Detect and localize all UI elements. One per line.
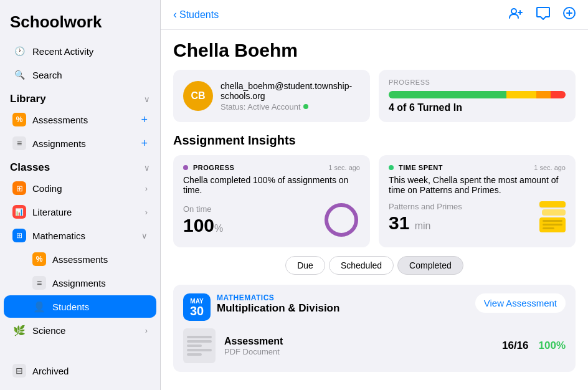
sidebar-item-math-assessments[interactable]: % Assessments: [4, 248, 156, 270]
doc-line-5: [187, 353, 202, 356]
time-insight-body: Patterns and Primes 31 min: [389, 201, 566, 234]
badge-month: MAY: [190, 298, 203, 305]
svg-point-3: [326, 205, 356, 235]
sidebar-item-recent-activity[interactable]: 🕐 Recent Activity: [4, 40, 156, 62]
back-button[interactable]: ‹ Students: [173, 8, 219, 21]
sidebar-item-science[interactable]: 🌿 Science ›: [4, 319, 156, 341]
library-section-header[interactable]: Library ∨: [0, 87, 160, 108]
assignment-name: Multiplication & Division: [217, 302, 475, 315]
student-email: chella_boehm@student.township-schools.or…: [220, 81, 360, 101]
add-student-icon[interactable]: [508, 7, 523, 22]
filter-completed-button[interactable]: Completed: [397, 256, 463, 275]
sidebar-item-assignments[interactable]: ≡ Assignments +: [4, 132, 156, 155]
math-assessments-icon: %: [32, 252, 46, 266]
literature-chevron-icon: ›: [145, 207, 148, 217]
nav-actions: [508, 6, 576, 23]
notes-stack-icon: [538, 201, 566, 234]
assignment-date-badge: MAY 30: [183, 293, 211, 321]
sidebar-item-label: Assessments: [52, 254, 148, 265]
filter-due-button[interactable]: Due: [285, 256, 325, 275]
add-assignments-icon[interactable]: +: [141, 137, 148, 150]
back-label: Students: [179, 9, 219, 21]
math-assignments-icon: ≡: [32, 276, 46, 290]
progress-time: 1 sec. ago: [328, 164, 360, 171]
back-arrow-icon: ‹: [173, 8, 177, 21]
student-details: chella_boehm@student.township-schools.or…: [220, 81, 360, 112]
classes-section-header[interactable]: Classes ∨: [0, 155, 160, 176]
progress-insight-card: PROGRESS 1 sec. ago Chella completed 100…: [173, 155, 370, 247]
time-unit: min: [415, 221, 431, 231]
clock-icon: 🕐: [12, 44, 26, 58]
time-insight-desc: This week, Chella spent the most amount …: [389, 175, 566, 195]
progress-text: 4 of 6 Turned In: [389, 102, 566, 113]
assignment-detail-info: Assessment PDF Document: [224, 336, 493, 356]
score-percent: 100%: [539, 340, 566, 352]
classes-chevron-icon: ∨: [144, 163, 150, 173]
donut-chart: [323, 201, 360, 239]
students-icon: 👤: [32, 300, 46, 313]
score-value: 16/16: [502, 340, 529, 352]
progress-metric-value: 100%: [183, 215, 223, 236]
sidebar-item-label: Mathematics: [32, 231, 135, 241]
progress-insight-desc: Chella completed 100% of assignments on …: [183, 175, 360, 195]
search-icon: 🔍: [12, 68, 26, 82]
sidebar: Schoolwork 🕐 Recent Activity 🔍 Search Li…: [0, 0, 161, 390]
assignments-icon: ≡: [12, 136, 26, 150]
sidebar-item-label: Assignments: [32, 138, 135, 149]
info-row: CB chella_boehm@student.township-schools…: [173, 70, 576, 122]
message-icon[interactable]: [536, 6, 551, 23]
coding-icon: ⊞: [12, 181, 26, 195]
progress-insight-body: On time 100%: [183, 201, 360, 239]
sidebar-item-label: Science: [32, 325, 139, 336]
avatar: CB: [183, 81, 213, 111]
sidebar-item-label: Archived: [32, 366, 148, 376]
add-assessments-icon[interactable]: +: [141, 113, 148, 126]
progress-card: PROGRESS 4 of 6 Turned In: [379, 70, 576, 122]
add-icon[interactable]: [563, 7, 576, 22]
sidebar-item-math-assignments[interactable]: ≡ Assignments: [4, 272, 156, 294]
assignment-subject: MATHEMATICS: [217, 293, 475, 302]
time-subject-label: Patterns and Primes: [389, 202, 462, 211]
sidebar-item-coding[interactable]: ⊞ Coding ›: [4, 177, 156, 199]
filter-row: Due Scheduled Completed: [173, 256, 576, 275]
progress-unit: %: [214, 223, 223, 234]
time-insight-time: 1 sec. ago: [534, 164, 566, 171]
science-chevron-icon: ›: [145, 326, 148, 335]
sidebar-item-label: Coding: [32, 183, 139, 194]
time-dot-icon: [389, 165, 394, 170]
sidebar-item-literature[interactable]: 📊 Literature ›: [4, 201, 156, 223]
sidebar-item-label: Search: [32, 70, 148, 80]
time-metric: Patterns and Primes 31 min: [389, 202, 462, 234]
sidebar-item-archived[interactable]: ⊟ Archived: [4, 359, 156, 382]
progress-dot-icon: [183, 165, 188, 170]
progress-label: PROGRESS: [389, 78, 566, 86]
coding-chevron-icon: ›: [145, 184, 148, 193]
student-name: Chella Boehm: [173, 40, 576, 61]
app-title: Schoolwork: [0, 7, 160, 39]
sidebar-item-label: Recent Activity: [32, 46, 148, 57]
progress-yellow: [506, 91, 536, 98]
literature-icon: 📊: [12, 205, 26, 219]
view-assessment-button[interactable]: View Assessment: [475, 293, 566, 313]
student-info-card: CB chella_boehm@student.township-schools…: [173, 70, 370, 122]
sidebar-item-label: Assessments: [32, 115, 135, 125]
sidebar-item-label: Literature: [32, 207, 139, 217]
sidebar-item-math-students[interactable]: 👤 Students: [4, 295, 156, 318]
content-area: Chella Boehm CB chella_boehm@student.tow…: [161, 30, 588, 390]
sidebar-item-assessments[interactable]: % Assessments +: [4, 108, 156, 131]
student-status: Status: Active Account: [220, 102, 360, 112]
detail-type: PDF Document: [224, 347, 493, 356]
progress-orange: [536, 91, 551, 98]
sidebar-item-label: Assignments: [52, 278, 148, 288]
progress-insight-header: PROGRESS 1 sec. ago: [183, 164, 360, 171]
main-content: ‹ Students Chella Boehm CB chella_boehm@…: [161, 0, 588, 390]
filter-scheduled-button[interactable]: Scheduled: [329, 256, 394, 275]
sidebar-item-search[interactable]: 🔍 Search: [4, 64, 156, 86]
sidebar-item-mathematics[interactable]: ⊞ Mathematics ∨: [4, 224, 156, 247]
library-chevron-icon: ∨: [144, 95, 150, 104]
assessments-icon: %: [12, 113, 26, 126]
doc-thumbnail: [183, 328, 216, 363]
time-spent-insight-card: TIME SPENT 1 sec. ago This week, Chella …: [379, 155, 576, 247]
svg-point-0: [511, 9, 516, 14]
library-label: Library: [10, 93, 46, 105]
